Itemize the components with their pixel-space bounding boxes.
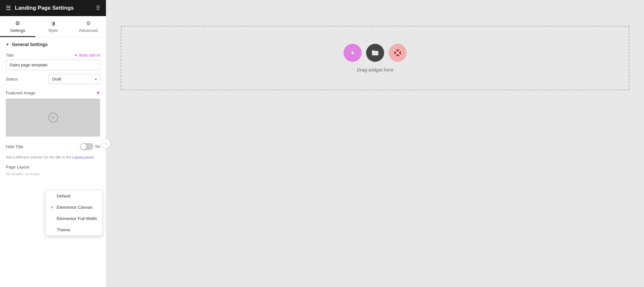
advanced-tab-label: Advanced	[79, 28, 98, 33]
section-collapse-arrow[interactable]: ▼	[6, 43, 9, 46]
title-input[interactable]	[6, 60, 100, 70]
add-widget-icon[interactable]: +	[344, 44, 362, 62]
toggle-wrapper: No	[80, 143, 100, 150]
hide-title-row: Hide Title No	[0, 140, 106, 153]
folder-svg-icon	[371, 49, 379, 57]
featured-image-section: Featured Image ✦ +	[0, 87, 106, 140]
tab-settings[interactable]: ⚙ Settings	[0, 16, 35, 37]
grid-icon[interactable]: ⠿	[96, 5, 100, 12]
dropdown-label-elementor-full-width: Elementor Full Width	[57, 216, 97, 221]
title-label: Title	[6, 53, 14, 58]
style-tab-icon: ◑	[51, 20, 55, 27]
advanced-tab-icon: ⚙	[86, 20, 91, 27]
status-field-group: Status Draft Published Private ▾	[0, 73, 106, 87]
image-placeholder[interactable]: +	[6, 99, 100, 137]
layout-panel-link[interactable]: Layout panel	[72, 155, 93, 159]
plus-symbol: +	[350, 48, 355, 58]
write-ai-button[interactable]: ✦ Write with AI	[74, 53, 100, 58]
toggle-knob	[80, 144, 86, 149]
sidebar: ☰ Landing Page Settings ⠿ ⚙ Settings ◑ S…	[0, 0, 106, 287]
sidebar-header-left: ☰ Landing Page Settings	[6, 5, 74, 12]
folder-widget-icon[interactable]	[366, 44, 384, 62]
settings-tab-label: Settings	[10, 28, 25, 33]
collapse-icon: ‹	[105, 141, 107, 146]
sidebar-tabs: ⚙ Settings ◑ Style ⚙ Advanced	[0, 16, 106, 37]
image-add-icon: +	[48, 113, 58, 122]
sidebar-header: ☰ Landing Page Settings ⠿	[0, 0, 106, 16]
dropdown-item-elementor-canvas[interactable]: ✓ Elementor Canvas	[45, 202, 102, 213]
title-field-group: Title ✦ Write with AI	[0, 50, 106, 73]
shield-widget-icon[interactable]	[389, 44, 407, 62]
canvas-drop-zone[interactable]: + Drag widget here	[121, 26, 630, 90]
dropdown-label-elementor-canvas: Elementor Canvas	[57, 205, 92, 210]
tab-style[interactable]: ◑ Style	[35, 16, 71, 37]
hint-period: .	[93, 155, 94, 159]
general-settings-section: ▼ General Settings	[0, 37, 106, 50]
dropdown-label-default: Default	[57, 194, 71, 198]
collapse-sidebar-button[interactable]: ‹	[101, 139, 110, 148]
hint-text-content: Set a different selector for the title i…	[6, 155, 71, 159]
featured-image-label: Featured Image	[6, 91, 35, 95]
sidebar-title: Landing Page Settings	[15, 5, 74, 11]
page-layout-dropdown: ✓ Default ✓ Elementor Canvas ✓ Elementor…	[45, 190, 102, 236]
shield-svg-icon	[393, 48, 402, 57]
hint-text: Set a different selector for the title i…	[0, 153, 106, 163]
write-ai-label: Write with AI	[79, 53, 100, 58]
style-tab-label: Style	[48, 28, 58, 33]
drag-widget-text: Drag widget here	[357, 67, 393, 72]
status-select[interactable]: Draft Published Private	[49, 74, 100, 84]
page-layout-row: Page Layout	[0, 163, 106, 171]
sidebar-content: ▼ General Settings Title ✦ Write with AI…	[0, 37, 106, 287]
ai-image-icon[interactable]: ✦	[96, 90, 100, 96]
dropdown-label-theme: Theme	[57, 227, 70, 232]
toggle-state-label: No	[95, 144, 100, 149]
no-header-footer-text: No header, no footer,	[0, 171, 106, 178]
hide-title-label: Hide Title	[6, 144, 23, 149]
image-plus-symbol: +	[51, 114, 55, 121]
svg-rect-1	[372, 50, 374, 52]
title-label-row: Title ✦ Write with AI	[6, 53, 100, 58]
page-layout-label: Page Layout	[6, 165, 29, 169]
dropdown-item-default[interactable]: ✓ Default	[45, 190, 102, 202]
dropdown-item-theme[interactable]: ✓ Theme	[45, 224, 102, 235]
status-label: Status	[6, 77, 18, 81]
status-select-wrapper: Draft Published Private ▾	[49, 74, 100, 84]
hamburger-icon[interactable]: ☰	[6, 5, 11, 12]
main-canvas-area: + Drag widget here	[106, 0, 644, 287]
tab-advanced[interactable]: ⚙ Advanced	[71, 16, 106, 37]
section-title: General Settings	[12, 42, 48, 47]
featured-image-label-row: Featured Image ✦	[6, 90, 100, 96]
hide-title-toggle[interactable]	[80, 143, 93, 150]
dropdown-item-elementor-full-width[interactable]: ✓ Elementor Full Width	[45, 213, 102, 224]
dropdown-check-elementor-canvas: ✓	[51, 205, 54, 210]
settings-tab-icon: ⚙	[15, 20, 20, 27]
svg-rect-0	[372, 51, 378, 55]
write-ai-icon: ✦	[74, 53, 78, 58]
widget-icons-row: +	[344, 44, 407, 62]
